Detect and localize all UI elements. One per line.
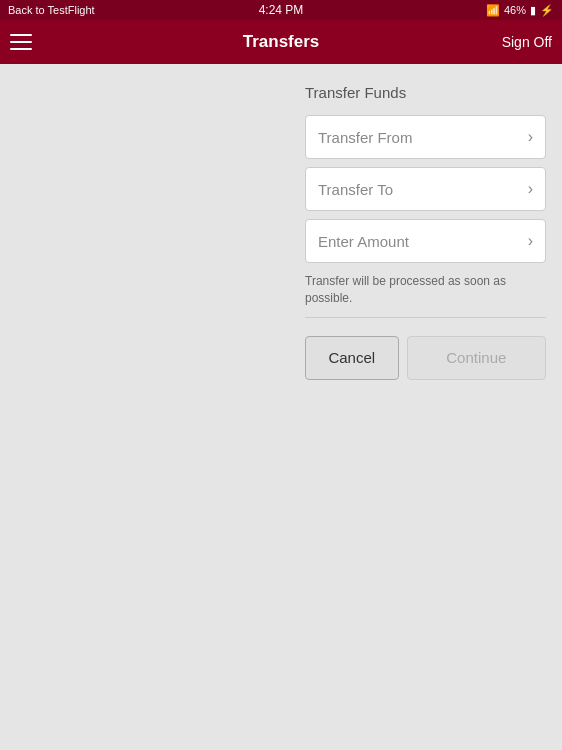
continue-button[interactable]: Continue [407,336,546,380]
nav-title: Transfers [243,32,320,52]
status-bar: Back to TestFlight 4:24 PM 📶 46% ▮ ⚡ [0,0,562,20]
status-indicators: 📶 46% ▮ ⚡ [486,4,554,17]
chevron-right-icon: › [528,128,533,146]
sign-off-button[interactable]: Sign Off [502,34,552,50]
info-text: Transfer will be processed as soon as po… [305,273,546,307]
right-panel: Transfer Funds Transfer From › Transfer … [295,64,562,750]
transfer-to-field[interactable]: Transfer To › [305,167,546,211]
section-title: Transfer Funds [305,84,546,101]
back-to-testflight[interactable]: Back to TestFlight [8,4,95,16]
chevron-right-icon: › [528,232,533,250]
main-content: Transfer Funds Transfer From › Transfer … [0,64,562,750]
button-row: Cancel Continue [305,336,546,380]
bluetooth-icon: 📶 [486,4,500,17]
nav-bar: Transfers Sign Off [0,20,562,64]
divider [305,317,546,318]
left-panel [0,64,295,750]
cancel-button[interactable]: Cancel [305,336,399,380]
battery-level: 46% [504,4,526,16]
enter-amount-label: Enter Amount [318,233,409,250]
transfer-to-label: Transfer To [318,181,393,198]
transfer-from-label: Transfer From [318,129,412,146]
transfer-from-field[interactable]: Transfer From › [305,115,546,159]
chevron-right-icon: › [528,180,533,198]
menu-button[interactable] [10,34,32,50]
charging-icon: ⚡ [540,4,554,17]
status-time: 4:24 PM [259,3,304,17]
enter-amount-field[interactable]: Enter Amount › [305,219,546,263]
battery-icon: ▮ [530,4,536,17]
